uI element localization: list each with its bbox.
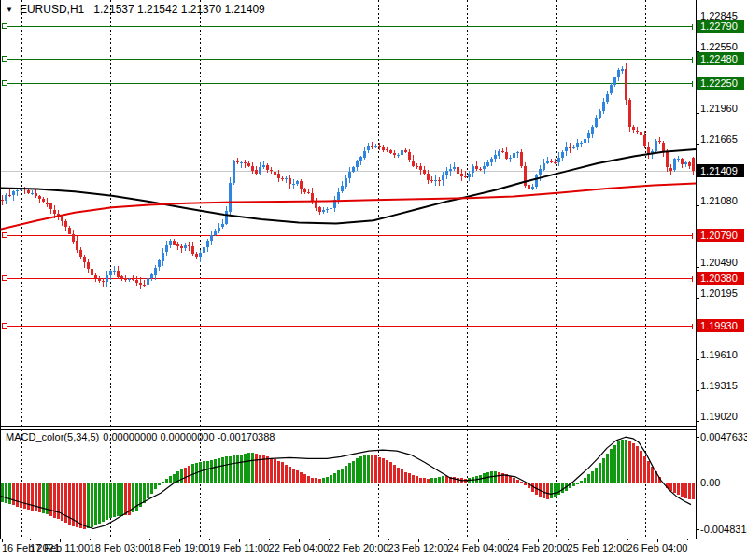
chart-window: ▼EURUSD,H11.21537 1.21542 1.21370 1.2140… [0,0,747,560]
resistance-price-badge: 1.22790 [697,20,744,33]
symbol-dropdown-icon[interactable]: ▼ [6,6,13,14]
price-axis-tick-label: 1.21080 [700,194,738,207]
symbol-timeframe-label: EURUSD,H1 [20,3,84,16]
macd-axis-tick-label: -0.0048315 [700,523,747,536]
price-axis-tick-label: 1.22550 [700,40,738,53]
macd-name: MACD_color(5,34,5) [6,431,99,442]
macd-histogram [1,440,695,529]
chart-title: ▼EURUSD,H11.21537 1.21542 1.21370 1.2140… [6,3,265,16]
support-price-badge: 1.20380 [697,272,744,285]
price-axis-tick-label: 1.19020 [700,410,738,423]
price-axis-tick-label: 1.21960 [700,102,738,115]
current-bid-price-badge: 1.21409 [697,164,744,177]
macd-axis-tick-label: 0.00 [700,476,720,489]
resistance-price-badge: 1.22250 [697,77,744,90]
chart-canvas[interactable] [0,0,747,560]
price-axis-tick-label: 1.19315 [700,379,738,392]
pane-splitter[interactable] [0,425,696,430]
support-price-badge: 1.20790 [697,229,744,242]
resistance-price-badge: 1.22480 [697,52,744,65]
price-axis-tick-label: 1.20195 [700,287,738,300]
candlesticks [1,63,695,289]
resistance-level-lines[interactable] [3,24,693,87]
ma-slow-black-line [0,149,696,224]
pane-frame [0,0,699,542]
macd-axis-tick-label: 0.0047633 [700,430,747,443]
price-axis-tick-label: 1.21665 [700,133,738,146]
price-axis-tick-label: 1.20490 [700,256,738,269]
price-axis-tick-label: 1.19610 [700,348,738,361]
support-price-badge: 1.19930 [697,319,744,332]
time-axis-label: 26 Feb 04:00 [620,541,695,554]
macd-values: 0.00000000 0.00000000 -0.00170388 [103,431,275,442]
ohlc-values: 1.21537 1.21542 1.21370 1.21409 [93,3,265,16]
macd-indicator-label: MACD_color(5,34,5)0.00000000 0.00000000 … [6,431,278,442]
